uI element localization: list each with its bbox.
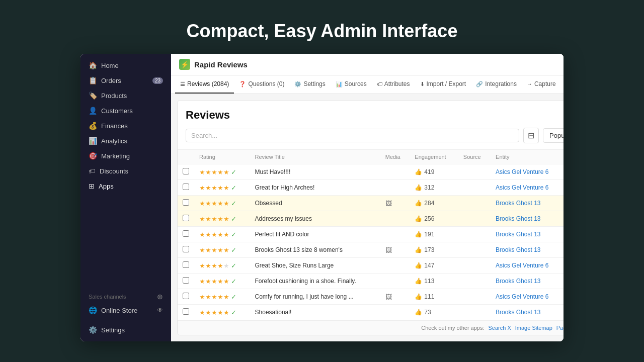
tabs-bar: ☰ Reviews (2084) ❓ Questions (0) ⚙️ Sett… xyxy=(171,75,564,94)
checkbox-2[interactable] xyxy=(183,184,189,190)
sidebar-item-apps[interactable]: ⊞ Apps xyxy=(80,178,171,194)
row-checkbox-6[interactable] xyxy=(178,242,194,258)
like-count-val: 191 xyxy=(424,231,434,238)
checkbox-9[interactable] xyxy=(183,293,189,299)
checkbox-3[interactable] xyxy=(183,199,189,206)
thumb-up-icon: 👍 xyxy=(415,168,422,175)
like-count-val: 73 xyxy=(424,309,431,316)
search-input[interactable] xyxy=(191,132,514,139)
tab-label-questions: Questions (0) xyxy=(248,80,284,87)
entity-link-3[interactable]: Brooks Ghost 13 xyxy=(496,200,540,207)
row-entity-8[interactable]: Brooks Ghost 13 xyxy=(491,274,564,289)
row-entity-1[interactable]: Asics Gel Venture 6 xyxy=(491,164,564,180)
col-rating: Rating xyxy=(194,150,250,164)
entity-link-5[interactable]: Brooks Ghost 13 xyxy=(496,231,540,238)
table-row: ★★★★★ ✓ Great for High Arches! 👍 312 Asi… xyxy=(178,180,564,196)
tab-docs[interactable]: Docs xyxy=(561,75,564,94)
row-entity-6[interactable]: Brooks Ghost 13 xyxy=(491,242,564,258)
verified-icon-7: ✓ xyxy=(231,262,236,269)
checkbox-7[interactable] xyxy=(183,261,189,268)
footer-link-image-sitemap[interactable]: Image Sitemap xyxy=(515,325,552,331)
row-checkbox-2[interactable] xyxy=(178,180,194,196)
footer-link-pagespeed[interactable]: PageSpeed Monitor xyxy=(556,325,564,331)
checkbox-6[interactable] xyxy=(183,246,189,252)
col-media: Media xyxy=(380,150,410,164)
row-rating-6: ★★★★★ ✓ xyxy=(194,242,250,258)
stars-3: ★★★★★ xyxy=(199,200,229,207)
row-entity-4[interactable]: Brooks Ghost 13 xyxy=(491,211,564,227)
footer-check-label: Check out my other apps: xyxy=(421,325,484,331)
row-checkbox-5[interactable] xyxy=(178,227,194,242)
sidebar-item-home[interactable]: 🏠 Home xyxy=(80,58,171,73)
row-checkbox-4[interactable] xyxy=(178,211,194,227)
like-count-val: 147 xyxy=(424,262,434,269)
sidebar-item-marketing[interactable]: 🎯 Marketing xyxy=(80,148,171,163)
row-entity-2[interactable]: Asics Gel Venture 6 xyxy=(491,180,564,196)
tab-settings[interactable]: ⚙️ Settings xyxy=(289,75,330,94)
tab-icon-reviews: ☰ xyxy=(180,81,185,87)
table-row: ★★★★★ ✓ Shoesational! 👍 73 Brooks Ghost … xyxy=(178,305,564,320)
checkbox-4[interactable] xyxy=(183,215,189,221)
row-source-2 xyxy=(458,180,491,196)
tab-reviews[interactable]: ☰ Reviews (2084) xyxy=(175,75,234,94)
entity-link-10[interactable]: Brooks Ghost 13 xyxy=(496,309,540,316)
checkbox-10[interactable] xyxy=(183,308,189,315)
sidebar-item-analytics[interactable]: 📊 Analytics xyxy=(80,133,171,148)
filter-button[interactable]: ⊟ xyxy=(523,128,539,143)
sidebar-label-customers: Customers xyxy=(101,107,133,115)
row-media-2 xyxy=(380,180,410,196)
sidebar-item-discounts[interactable]: 🏷 Discounts xyxy=(80,163,171,178)
footer-link-search-x[interactable]: Search X xyxy=(489,325,511,331)
row-entity-3[interactable]: Brooks Ghost 13 xyxy=(491,196,564,211)
add-channel-icon[interactable]: ⊕ xyxy=(157,293,163,301)
sidebar-item-online-store[interactable]: 🌐 Online Store 👁 xyxy=(80,303,171,318)
tab-questions[interactable]: ❓ Questions (0) xyxy=(234,75,289,94)
entity-link-2[interactable]: Asics Gel Venture 6 xyxy=(496,184,548,191)
row-checkbox-10[interactable] xyxy=(178,305,194,320)
checkbox-1[interactable] xyxy=(183,168,189,174)
tab-attributes[interactable]: 🏷 Attributes xyxy=(372,75,415,94)
row-checkbox-7[interactable] xyxy=(178,258,194,274)
row-media-8 xyxy=(380,274,410,289)
discounts-icon: 🏷 xyxy=(89,167,96,175)
sidebar-item-settings[interactable]: ⚙️ Settings xyxy=(80,322,171,337)
entity-link-8[interactable]: Brooks Ghost 13 xyxy=(496,278,540,285)
verified-icon-8: ✓ xyxy=(231,278,236,285)
sort-select[interactable]: PopularNewestOldestHighest RatingLowest … xyxy=(543,128,564,143)
row-checkbox-9[interactable] xyxy=(178,289,194,305)
row-checkbox-1[interactable] xyxy=(178,164,194,180)
checkbox-5[interactable] xyxy=(183,230,189,237)
sidebar-item-orders[interactable]: 📋 Orders 23 xyxy=(80,73,171,88)
entity-link-7[interactable]: Asics Gel Venture 6 xyxy=(496,262,548,269)
sidebar-item-customers[interactable]: 👤 Customers xyxy=(80,103,171,118)
entity-link-4[interactable]: Brooks Ghost 13 xyxy=(496,215,540,222)
row-entity-9[interactable]: Asics Gel Venture 6 xyxy=(491,289,564,305)
sidebar-item-products[interactable]: 🏷️ Products xyxy=(80,88,171,103)
verified-icon-4: ✓ xyxy=(231,215,236,223)
search-box xyxy=(186,129,519,142)
sidebar-item-finances[interactable]: 💰 Finances xyxy=(80,118,171,133)
entity-link-6[interactable]: Brooks Ghost 13 xyxy=(496,246,540,253)
like-count-val: 113 xyxy=(424,278,434,285)
row-checkbox-8[interactable] xyxy=(178,274,194,289)
tab-capture[interactable]: → Capture xyxy=(522,75,561,94)
apps-icon: ⊞ xyxy=(89,182,95,190)
entity-link-1[interactable]: Asics Gel Venture 6 xyxy=(496,168,548,175)
table-row: ★★★★★ ✓ Forefoot cushioning in a shoe. F… xyxy=(178,274,564,289)
row-rating-3: ★★★★★ ✓ xyxy=(194,196,250,211)
row-entity-7[interactable]: Asics Gel Venture 6 xyxy=(491,258,564,274)
tab-icon-questions: ❓ xyxy=(239,81,246,87)
like-count-val: 284 xyxy=(424,200,434,207)
entity-link-9[interactable]: Asics Gel Venture 6 xyxy=(496,293,548,300)
verified-icon-5: ✓ xyxy=(231,231,236,238)
tab-sources[interactable]: 📊 Sources xyxy=(331,75,372,94)
row-entity-5[interactable]: Brooks Ghost 13 xyxy=(491,227,564,242)
checkbox-8[interactable] xyxy=(183,277,189,284)
row-entity-10[interactable]: Brooks Ghost 13 xyxy=(491,305,564,320)
tab-import-export[interactable]: ⬇ Import / Export xyxy=(415,75,471,94)
tab-icon-attributes: 🏷 xyxy=(377,81,382,87)
brand-name: Rapid Reviews xyxy=(194,60,248,69)
row-checkbox-3[interactable] xyxy=(178,196,194,211)
store-visibility-icon[interactable]: 👁 xyxy=(157,307,163,314)
tab-integrations[interactable]: 🔗 Integrations xyxy=(471,75,522,94)
